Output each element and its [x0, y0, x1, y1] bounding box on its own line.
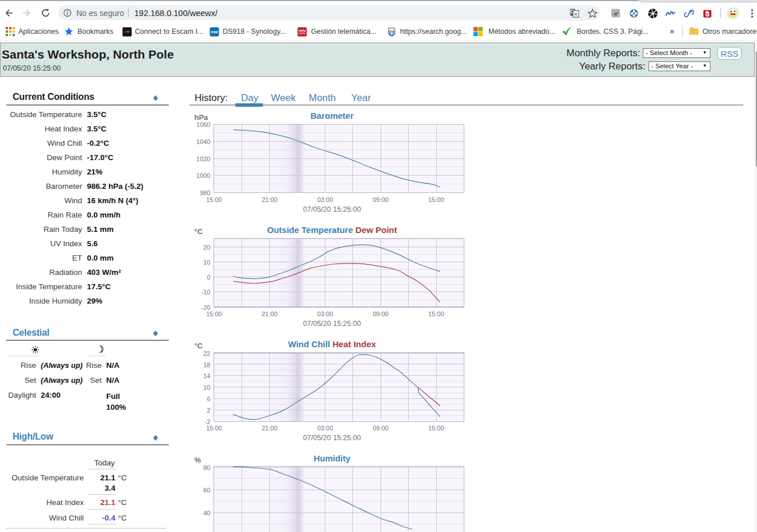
svg-text:DSM: DSM — [211, 30, 218, 34]
svg-text:15:00: 15:00 — [428, 310, 444, 317]
svg-text:-2: -2 — [205, 418, 211, 425]
svg-text:1020: 1020 — [196, 156, 210, 162]
svg-text:09:00: 09:00 — [372, 310, 389, 317]
svg-text:1040: 1040 — [196, 138, 210, 145]
svg-text:15:00: 15:00 — [206, 196, 222, 203]
svg-text:03:00: 03:00 — [317, 196, 333, 203]
svg-text:80: 80 — [203, 464, 210, 471]
svg-text:22: 22 — [203, 350, 210, 357]
svg-text:2: 2 — [207, 407, 210, 414]
svg-text:15:00: 15:00 — [428, 425, 444, 432]
svg-text:21:00: 21:00 — [262, 310, 278, 317]
svg-text:09:00: 09:00 — [372, 425, 389, 432]
svg-text:10: 10 — [203, 384, 210, 391]
svg-text:1000: 1000 — [196, 172, 210, 179]
svg-text:03:00: 03:00 — [317, 310, 333, 317]
svg-text:21:00: 21:00 — [262, 196, 278, 203]
svg-text:09:00: 09:00 — [372, 196, 389, 203]
svg-text:1060: 1060 — [196, 121, 210, 128]
svg-text:Barometer: Barometer — [310, 111, 354, 121]
svg-text:Humidity: Humidity — [313, 453, 351, 463]
svg-text:18: 18 — [203, 362, 210, 368]
svg-text:-10: -10 — [201, 289, 211, 296]
svg-text:10: 10 — [203, 259, 210, 266]
svg-text:-20: -20 — [201, 304, 211, 311]
svg-text:°C: °C — [195, 227, 203, 236]
svg-text:0: 0 — [207, 274, 210, 281]
svg-text:Outside Temperature Dew Point: Outside Temperature Dew Point — [267, 225, 397, 235]
svg-text:6: 6 — [207, 395, 210, 402]
svg-text:980: 980 — [200, 189, 210, 196]
svg-text:60: 60 — [203, 487, 210, 494]
svg-text:07/05/20 15:25:00: 07/05/20 15:25:00 — [303, 205, 361, 213]
svg-text:15:00: 15:00 — [428, 196, 444, 203]
svg-text:21:00: 21:00 — [262, 425, 278, 432]
svg-text:15:00: 15:00 — [206, 310, 222, 317]
svg-text:07/05/20 15:25:00: 07/05/20 15:25:00 — [303, 434, 361, 442]
svg-text:Wind Chill Heat Index: Wind Chill Heat Index — [288, 339, 376, 349]
svg-text:15:00: 15:00 — [206, 425, 222, 432]
svg-text:14: 14 — [203, 372, 210, 379]
svg-text:03:00: 03:00 — [317, 425, 333, 432]
svg-text:hPa: hPa — [195, 113, 209, 122]
svg-text:40: 40 — [203, 510, 210, 517]
svg-text:°C: °C — [195, 341, 203, 350]
svg-text:20: 20 — [203, 244, 210, 251]
svg-text:07/05/20 15:25:00: 07/05/20 15:25:00 — [303, 320, 361, 328]
svg-text:%: % — [195, 456, 201, 464]
